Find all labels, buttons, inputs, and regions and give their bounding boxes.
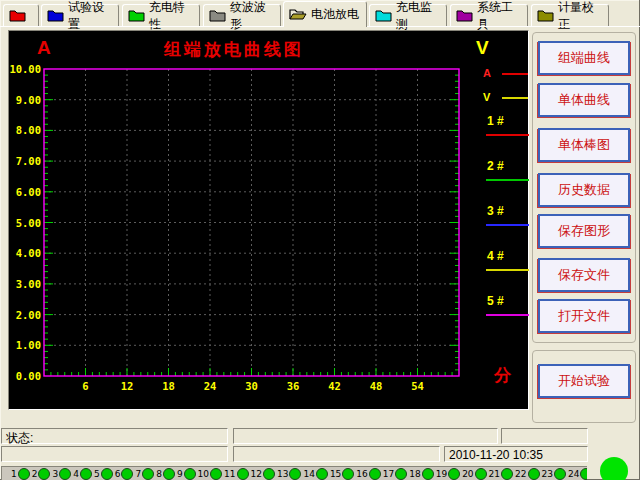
svg-text:42: 42 [328, 380, 341, 392]
legend-line [502, 97, 528, 99]
svg-text:48: 48 [370, 380, 383, 392]
cell-number: 23 [542, 469, 553, 479]
svg-text:8.00: 8.00 [16, 124, 41, 136]
cell-number: 2 [32, 469, 38, 479]
status-panel: 状态: [1, 428, 228, 444]
cell-indicator: 24 [568, 468, 587, 480]
status-panel-4 [1, 446, 228, 462]
tab-charge-characteristics[interactable]: 充电特性 [122, 4, 200, 26]
cell-indicator-strip: 1234567891011121314151617181920212223242… [1, 466, 587, 480]
cell-number: 6 [115, 469, 121, 479]
app-window: 试验设置 充电特性 纹波波形 电池放电 充电监测 系统工具 计量校正 [0, 0, 640, 480]
tab-system-tools[interactable]: 系统工具 [450, 4, 528, 26]
cell-status-dot [59, 468, 71, 480]
left-axis-unit: A [37, 37, 51, 59]
cell-number: 8 [156, 469, 162, 479]
status-panel-5 [233, 446, 440, 462]
cell-status-dot [554, 468, 566, 480]
cell-status-dot [163, 468, 175, 480]
cell-status-dot [210, 468, 222, 480]
chart-actions-group: 组端曲线 单体曲线 单体棒图 历史数据 保存图形 保存文件 打开文件 [532, 32, 636, 343]
cell-number: 4 [73, 469, 79, 479]
legend-line [486, 224, 529, 226]
cell-number: 18 [409, 469, 420, 479]
save-file-button[interactable]: 保存文件 [538, 258, 630, 292]
cell-number: 7 [135, 469, 141, 479]
cell-number: 14 [303, 469, 314, 479]
folder-icon [128, 9, 145, 22]
cell-status-dot [237, 468, 249, 480]
cell-indicator: 18 [409, 468, 433, 480]
cell-indicator: 10 [198, 468, 222, 480]
cell-number: 10 [198, 469, 209, 479]
tab-charge-monitor[interactable]: 充电监测 [369, 4, 447, 26]
cell-number: 24 [568, 469, 579, 479]
cell-indicator: 11 [224, 468, 248, 480]
cell-status-dot [38, 468, 50, 480]
legend-line [486, 179, 529, 181]
tab-ripple-waveform[interactable]: 纹波波形 [203, 4, 281, 26]
cell-number: 1 [11, 469, 17, 479]
svg-text:1.00: 1.00 [16, 339, 41, 351]
tab-calibration[interactable]: 计量校正 [531, 4, 609, 26]
folder-open-icon [289, 8, 307, 21]
cell-indicator: 9 [177, 468, 196, 480]
save-image-button[interactable]: 保存图形 [538, 214, 630, 248]
legend-line [486, 269, 529, 271]
svg-text:9.00: 9.00 [16, 94, 41, 106]
svg-text:24: 24 [204, 380, 217, 392]
cell-number: 11 [224, 469, 235, 479]
group-curve-button[interactable]: 组端曲线 [538, 41, 630, 75]
svg-text:54: 54 [411, 380, 424, 392]
cell-number: 22 [515, 469, 526, 479]
tab-main[interactable] [3, 4, 39, 26]
cell-status-dot [528, 468, 540, 480]
cell-status-dot [316, 468, 328, 480]
folder-icon [209, 9, 226, 22]
svg-text:5.00: 5.00 [16, 217, 41, 229]
cell-number: 12 [251, 469, 262, 479]
legend-label: V [483, 91, 490, 103]
cell-status-dot [422, 468, 434, 480]
tab-test-setup[interactable]: 试验设置 [41, 4, 119, 26]
cell-status-dot [580, 468, 587, 480]
cell-bar-button[interactable]: 单体棒图 [538, 128, 630, 162]
svg-text:6: 6 [82, 380, 88, 392]
cell-number: 5 [94, 469, 100, 479]
legend-label: 3 # [487, 204, 504, 218]
cell-status-dot [395, 468, 407, 480]
folder-icon [375, 9, 392, 22]
svg-text:30: 30 [245, 380, 258, 392]
cell-indicator: 8 [156, 468, 175, 480]
legend-line [486, 314, 529, 316]
datetime-text: 2010-11-20 10:35 [445, 447, 587, 463]
history-data-button[interactable]: 历史数据 [538, 173, 630, 207]
cell-indicator: 5 [94, 468, 113, 480]
tab-battery-discharge[interactable]: 电池放电 [283, 1, 367, 27]
cell-curve-button[interactable]: 单体曲线 [538, 83, 630, 117]
open-file-button[interactable]: 打开文件 [538, 299, 630, 333]
svg-text:3.00: 3.00 [16, 278, 41, 290]
legend-label: 2 # [487, 159, 504, 173]
svg-text:18: 18 [162, 380, 175, 392]
legend-label: 4 # [487, 249, 504, 263]
cell-status-dot [263, 468, 275, 480]
cell-number: 3 [52, 469, 58, 479]
cell-indicator: 14 [303, 468, 327, 480]
start-test-button[interactable]: 开始试验 [538, 364, 630, 398]
cell-indicator: 20 [462, 468, 486, 480]
chart-grid: 0.001.002.003.004.005.006.007.008.009.00… [9, 31, 528, 409]
cell-indicator: 16 [356, 468, 380, 480]
svg-text:6.00: 6.00 [16, 186, 41, 198]
folder-icon [9, 9, 26, 22]
cell-number: 13 [277, 469, 288, 479]
cell-status-dot [121, 468, 133, 480]
run-indicator-lamp [600, 457, 628, 480]
legend-label: 1 # [487, 114, 504, 128]
cell-number: 16 [356, 469, 367, 479]
cell-status-dot [475, 468, 487, 480]
start-test-group: 开始试验 [532, 350, 636, 423]
cell-indicator: 13 [277, 468, 301, 480]
cell-number: 21 [489, 469, 500, 479]
cell-number: 20 [462, 469, 473, 479]
